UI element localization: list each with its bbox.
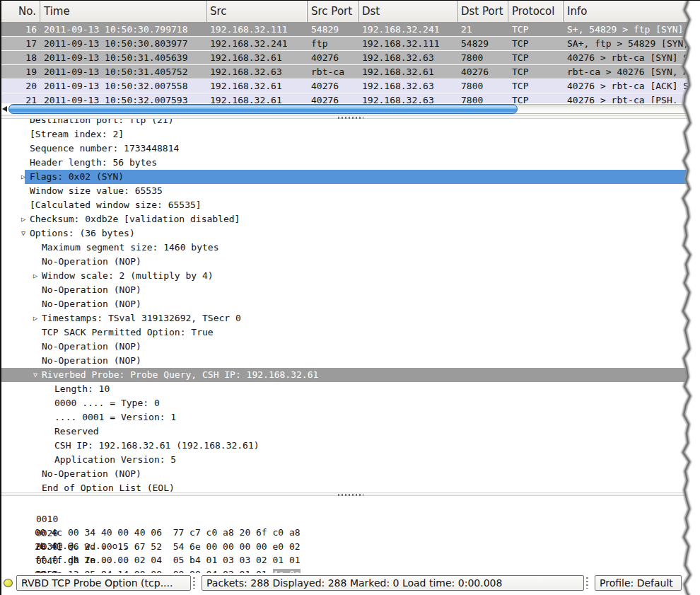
tree-item[interactable]: ▽ Riverbed Probe: Probe Query, CSH IP: 1… [1,368,700,382]
tree-item[interactable]: No-Operation (NOP) [1,354,700,368]
tree-item[interactable]: No-Operation (NOP) [1,340,700,354]
cell-dst: 192.168.32.111 [358,37,457,50]
packet-row[interactable]: 16 2011-09-13 10:50:30.799718 192.168.32… [1,23,700,37]
cell-no: 17 [1,37,40,50]
hex-offset: 0040 [35,554,57,567]
tree-item[interactable]: CSH IP: 192.168.32.61 (192.168.32.61) [1,439,700,453]
cell-dst: 192.168.32.61 [358,65,457,79]
packet-list-header: No. Time Src Src Port Dst Dst Port Proto… [1,1,700,23]
tree-item[interactable]: Application Version: 5 [1,453,700,467]
expander-icon[interactable]: ▷ [30,311,41,325]
selected-field-status: RVBD TCP Probe Option (tcp.... [16,575,191,591]
tree-item[interactable]: Destination port: ftp (21) [1,119,700,127]
tree-item[interactable]: No-Operation (NOP) [1,255,700,269]
cell-dst-port: 7800 [457,51,508,64]
cell-time: 2011-09-13 10:50:30.803977 [40,37,206,50]
packet-row[interactable]: 17 2011-09-13 10:50:30.803977 192.168.32… [1,37,700,51]
column-header-time[interactable]: Time [40,1,206,22]
tree-item[interactable]: ▷ Timestamps: TSval 319132692, TSecr 0 [1,311,700,325]
cell-src-port: 40276 [308,93,358,103]
hex-line[interactable]: 0010 00 4c 00 34 40 00 40 06 77 c7 c0 a8… [1,499,700,513]
tree-item[interactable]: Header length: 56 bytes [1,156,700,170]
column-header-dst-port[interactable]: Dst Port [457,1,508,22]
horizontal-scrollbar[interactable] [1,103,700,115]
packet-row[interactable]: 19 2011-09-13 10:50:31.405752 192.168.32… [1,65,700,79]
cell-dst: 192.168.32.241 [358,23,457,36]
hex-bytes[interactable]: 00 4c 00 34 40 00 40 06 77 c7 c0 a8 20 6… [35,526,311,539]
hex-bytes[interactable]: 20 f1 d6 2d 00 15 67 52 54 6e 00 00 00 0… [35,540,311,553]
column-header-src[interactable]: Src [206,1,308,22]
hex-line[interactable]: 0020 20 f1 d6 2d 00 15 67 52 54 6e 00 00… [1,513,700,527]
tree-item-label: [Stream index: 2] [30,129,124,139]
tree-item[interactable]: Length: 10 [1,382,700,396]
cell-protocol: TCP [508,51,564,64]
packet-row[interactable]: 21 2011-09-13 10:50:32.007593 192.168.32… [1,93,700,103]
column-header-dst[interactable]: Dst [358,1,457,22]
packet-detail-tree: Destination port: ftp (21) [Stream index… [1,119,700,492]
tree-item-label: Flags: 0x02 (SYN) [30,171,124,182]
tree-item-label: Window scale: 2 (multiply by 4) [42,270,214,281]
hex-bytes[interactable]: ff ff db 2e 00 00 02 04 05 b4 01 03 03 0… [35,553,311,567]
hex-offset: 0030 [35,540,57,553]
tree-item-label: Header length: 56 bytes [30,157,157,168]
wireshark-window: No. Time Src Src Port Dst Dst Port Proto… [0,0,700,595]
statusbar-grip-icon[interactable] [586,577,588,589]
cell-info: 40276 > rbt-ca [ACK] Se [564,79,700,93]
tree-item[interactable]: ▽ Options: (36 bytes) [1,226,700,241]
tree-item[interactable]: No-Operation (NOP) [1,297,700,311]
tree-item-label: Riverbed Probe: Probe Query, CSH IP: 192… [42,369,318,380]
tree-item[interactable]: ▷ Flags: 0x02 (SYN) [1,170,700,184]
tree-item[interactable]: ▷ Window scale: 2 (multiply by 4) [1,269,700,283]
tree-item[interactable]: Reserved [1,424,700,439]
cell-src-port: rbt-ca [308,65,358,79]
tree-item[interactable]: Maximum segment size: 1460 bytes [1,241,700,255]
expander-icon[interactable]: ▽ [18,226,29,241]
tree-item[interactable]: No-Operation (NOP) [1,283,700,297]
cell-dst-port: 54829 [457,37,508,50]
tree-item-label: Application Version: 5 [54,454,176,465]
tree-item[interactable]: ▷ Checksum: 0xdb2e [validation disabled] [1,212,700,226]
tree-item[interactable]: 0000 .... = Type: 0 [1,396,700,410]
cell-dst-port: 21 [457,23,508,36]
packet-row[interactable]: 20 2011-09-13 10:50:32.007558 192.168.32… [1,79,700,93]
tree-item[interactable]: No-Operation (NOP) [1,467,700,481]
scrollbar-thumb[interactable] [8,104,518,114]
cell-protocol: TCP [508,23,564,36]
profile-selector[interactable]: Profile: Default [595,575,682,591]
packet-list: 16 2011-09-13 10:50:30.799718 192.168.32… [1,23,700,103]
packet-row[interactable]: 18 2011-09-13 10:50:31.405639 192.168.32… [1,51,700,65]
cell-time: 2011-09-13 10:50:30.799718 [40,23,206,36]
tree-item[interactable]: End of Option List (EOL) [1,481,700,492]
cell-time: 2011-09-13 10:50:31.405639 [40,51,206,64]
cell-src: 192.168.32.63 [206,65,308,79]
tree-item[interactable]: [Calculated window size: 65535] [1,198,700,212]
tree-item[interactable]: Window size value: 65535 [1,184,700,198]
splitter-grip-icon [338,494,363,496]
expander-icon[interactable]: ▷ [30,269,41,283]
tree-item[interactable]: Sequence number: 1733448814 [1,141,700,156]
cell-dst: 192.168.32.63 [358,51,457,64]
cell-time: 2011-09-13 10:50:31.405752 [40,65,206,79]
expert-info-icon[interactable] [4,579,13,587]
tree-item-label: Destination port: ftp (21) [30,119,174,125]
cell-info: rbt-ca > 40276 [SYN, A [564,65,700,79]
column-header-protocol[interactable]: Protocol [508,1,564,22]
column-header-info[interactable]: Info [564,1,700,22]
statusbar-grip-icon[interactable] [193,577,195,589]
column-header-no[interactable]: No. [1,1,40,22]
scroll-left-arrow-icon[interactable] [2,106,7,112]
tree-item[interactable]: TCP SACK Permitted Option: True [1,325,700,340]
tree-item-label: Checksum: 0xdb2e [validation disabled] [30,214,240,224]
cell-dst: 192.168.32.63 [358,93,457,103]
expander-icon[interactable]: ▷ [18,212,29,226]
cell-time: 2011-09-13 10:50:32.007558 [40,79,206,93]
expander-icon[interactable]: ▽ [30,368,41,382]
cell-no: 21 [1,93,40,103]
tree-item[interactable]: [Stream index: 2] [1,127,700,141]
pane-splitter-bottom[interactable] [1,492,700,496]
cell-time: 2011-09-13 10:50:32.007593 [40,93,206,103]
tree-item-label: [Calculated window size: 65535] [30,200,202,210]
column-header-src-port[interactable]: Src Port [308,1,358,22]
tree-item[interactable]: .... 0001 = Version: 1 [1,410,700,424]
expander-icon[interactable]: ▷ [18,170,29,184]
